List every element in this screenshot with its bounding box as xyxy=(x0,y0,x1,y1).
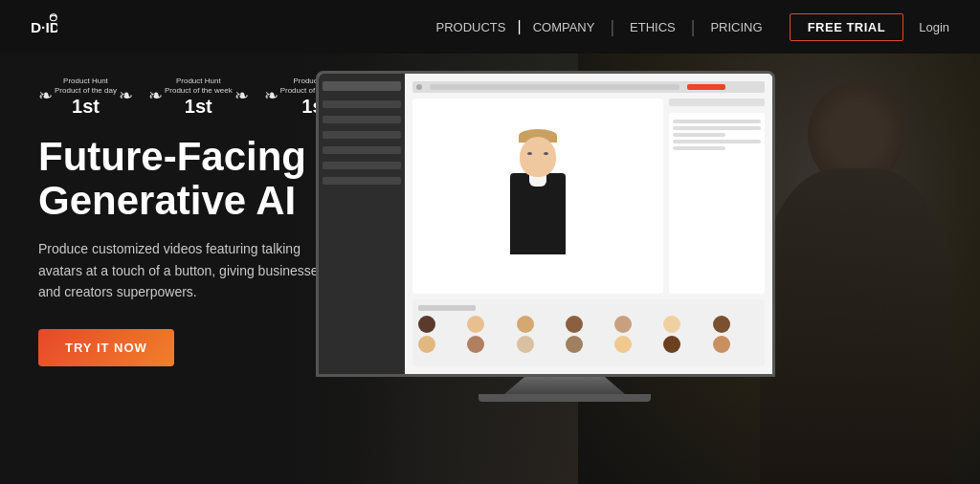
eye-right xyxy=(544,152,548,155)
text-line-4 xyxy=(673,140,761,143)
avatars-label xyxy=(418,305,476,311)
avatar-thumb-11 xyxy=(566,336,583,353)
avatar-thumb-14 xyxy=(713,336,730,353)
text-line-2 xyxy=(673,126,761,130)
screen-main-content xyxy=(405,74,772,374)
nav-pricing[interactable]: PRICING xyxy=(702,16,769,38)
headline-line2: Generative AI xyxy=(38,178,296,223)
sidebar-item-4 xyxy=(323,146,401,154)
avatar-thumb-10 xyxy=(517,336,534,353)
sidebar-item-5 xyxy=(323,162,401,169)
laurel-right-icon: ❧ xyxy=(119,85,133,106)
separator-1: | xyxy=(517,18,521,35)
award-day-laurel: ❧ Product Hunt Product of the day 1st ❧ xyxy=(38,77,133,116)
avatar-grid xyxy=(418,316,759,353)
nav-company[interactable]: COMPANY xyxy=(525,16,603,38)
screen-sidebar xyxy=(319,74,405,374)
laurel-left-3-icon: ❧ xyxy=(264,85,278,106)
logo[interactable]: D·ID xyxy=(31,13,57,40)
avatar-thumb-8 xyxy=(418,336,435,353)
separator-2: | xyxy=(610,17,614,37)
topbar-title xyxy=(430,84,679,90)
award-week-title: Product HuntProduct of the week xyxy=(165,77,233,97)
avatar-thumb-6 xyxy=(663,316,680,333)
screen-content-area xyxy=(412,99,765,294)
award-day-rank: 1st xyxy=(55,97,117,116)
award-week-laurel: ❧ Product HuntProduct of the week 1st ❧ xyxy=(148,77,249,116)
award-week: ❧ Product HuntProduct of the week 1st ❧ xyxy=(148,77,249,116)
award-week-text: Product HuntProduct of the week 1st xyxy=(165,77,233,116)
sidebar-item-2 xyxy=(323,116,401,123)
topbar-dot-1 xyxy=(416,84,422,90)
award-day-text: Product Hunt Product of the day 1st xyxy=(55,77,117,116)
nav-products[interactable]: PRODUCTS xyxy=(429,16,514,38)
topbar-button-2 xyxy=(732,84,761,90)
screen-topbar xyxy=(412,81,765,93)
login-link[interactable]: Login xyxy=(919,20,949,34)
nav-ethics[interactable]: ETHICS xyxy=(622,16,683,38)
navbar: D·ID PRODUCTS | COMPANY | ETHICS | PRICI… xyxy=(0,0,980,54)
laurel-left-icon: ❧ xyxy=(38,85,53,106)
monitor-screen xyxy=(316,71,775,377)
sidebar-item-6 xyxy=(323,177,401,185)
avatar-preview-area xyxy=(412,99,663,294)
avatar-thumb-13 xyxy=(663,336,680,353)
free-trial-button[interactable]: FREE TRIAL xyxy=(790,13,904,41)
logo-icon: D·ID xyxy=(31,13,57,40)
text-label xyxy=(669,99,765,106)
screen-right-panel xyxy=(669,99,765,294)
award-day: ❧ Product Hunt Product of the day 1st ❧ xyxy=(38,77,133,116)
text-line-1 xyxy=(673,120,761,123)
text-line-5 xyxy=(673,146,725,150)
hero-section: ❧ Product Hunt Product of the day 1st ❧ … xyxy=(0,54,980,484)
headline-line1: Future-Facing xyxy=(38,134,306,179)
hero-subtext: Produce customized videos featuring talk… xyxy=(38,238,345,302)
screen-bottom-avatars xyxy=(412,299,765,366)
avatar-thumb-9 xyxy=(467,336,484,353)
sidebar-item-1 xyxy=(323,100,401,108)
screen-inner xyxy=(319,74,772,374)
avatar-thumb-2 xyxy=(467,316,484,333)
monitor-area xyxy=(316,71,813,415)
avatar-thumb-1 xyxy=(418,316,435,333)
avatar-head xyxy=(520,137,556,177)
award-week-rank: 1st xyxy=(165,97,233,116)
avatar-body xyxy=(510,173,566,254)
eye-left xyxy=(527,152,532,155)
laurel-right-2-icon: ❧ xyxy=(234,85,249,106)
nav-links-container: PRODUCTS | COMPANY | ETHICS | PRICING FR… xyxy=(429,13,949,41)
sidebar-logo xyxy=(323,81,401,91)
sidebar-item-3 xyxy=(323,131,401,139)
avatar-thumb-7 xyxy=(713,316,730,333)
avatar-thumb-5 xyxy=(614,316,632,333)
text-line-3 xyxy=(673,133,725,137)
topbar-button xyxy=(687,84,725,90)
avatar-thumb-12 xyxy=(614,336,632,353)
try-it-now-button[interactable]: TRY IT NOW xyxy=(38,329,174,366)
monitor-base xyxy=(479,394,651,402)
separator-3: | xyxy=(691,17,696,37)
avatar-thumb-3 xyxy=(517,316,534,333)
avatar-thumb-4 xyxy=(566,316,583,333)
laurel-left-2-icon: ❧ xyxy=(148,85,163,106)
text-area xyxy=(669,113,765,294)
award-day-title: Product Hunt Product of the day xyxy=(55,77,117,97)
monitor-stand xyxy=(498,377,632,394)
avatar-figure xyxy=(504,129,571,263)
